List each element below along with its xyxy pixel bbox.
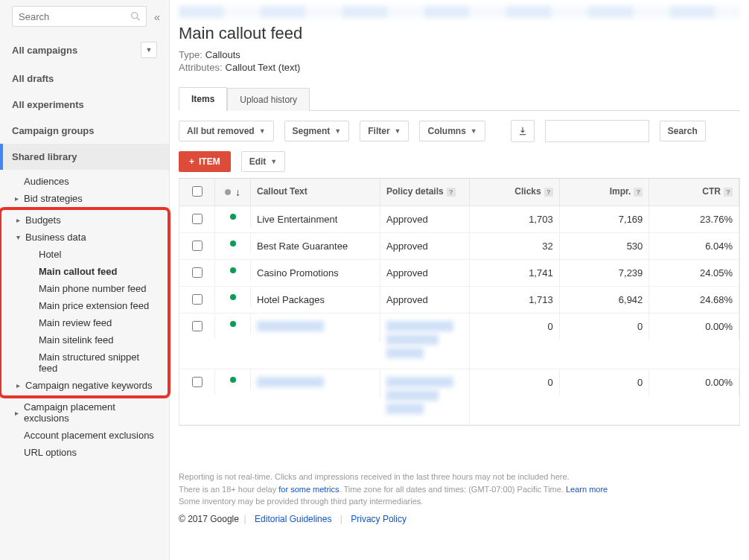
chevron-down-icon: ▼ <box>471 127 477 135</box>
chevron-down-icon: ▼ <box>334 127 341 135</box>
col-policy-details[interactable]: Policy details? <box>380 179 470 206</box>
cell-ctr: 24.05% <box>649 260 739 286</box>
chevron-right-icon: ▸ <box>16 216 25 224</box>
col-impr[interactable]: Impr.? <box>560 179 650 206</box>
help-icon[interactable]: ? <box>544 188 553 197</box>
cell-callout-text: Best Rate Guarantee <box>251 233 380 259</box>
cell-callout-text: Live Entertainment <box>251 206 380 232</box>
cell-impr: 7,169 <box>560 206 650 232</box>
highlight-box: ▸Budgets ▾Business data Hotel Main callo… <box>0 207 170 398</box>
status-dot-icon <box>230 377 236 383</box>
col-callout-text[interactable]: Callout Text <box>251 179 380 206</box>
dropdown-icon[interactable]: ▼ <box>141 42 157 58</box>
cell-impr: 0 <box>560 369 650 395</box>
download-button[interactable] <box>511 120 535 142</box>
columns-button[interactable]: Columns▼ <box>419 121 485 141</box>
cell-impr: 6,942 <box>560 287 650 313</box>
cell-clicks: 32 <box>470 233 560 259</box>
cell-policy: Approved <box>380 206 470 232</box>
help-icon[interactable]: ? <box>634 188 643 197</box>
nav-shared-library[interactable]: Shared library <box>0 144 169 170</box>
cell-callout-text <box>251 369 380 398</box>
chevron-down-icon: ▼ <box>395 127 401 135</box>
table-row: Casino PromotionsApproved1,7417,23924.05… <box>179 260 739 287</box>
tree-url-options[interactable]: URL options <box>0 444 169 461</box>
tree-main-structured-snippet-feed[interactable]: Main structured snippet feed <box>1 349 168 377</box>
tab-upload-history[interactable]: Upload history <box>227 88 310 111</box>
cell-impr: 530 <box>560 233 650 259</box>
cell-policy: Approved <box>380 233 470 259</box>
chevron-right-icon: ▸ <box>15 409 24 417</box>
edit-button[interactable]: Edit▼ <box>241 151 286 172</box>
chevron-right-icon: ▸ <box>16 381 25 389</box>
table-row: Best Rate GuaranteeApproved325306.04% <box>179 233 739 260</box>
tab-items[interactable]: Items <box>179 87 227 111</box>
status-dot-icon <box>230 214 236 220</box>
cell-policy <box>380 314 470 369</box>
tree-audiences[interactable]: Audiences <box>0 173 169 190</box>
tree-campaign-placement-exclusions[interactable]: ▸Campaign placement exclusions <box>0 398 169 427</box>
sort-arrow-icon[interactable]: ↓ <box>235 186 240 198</box>
filter-all-but-removed[interactable]: All but removed▼ <box>179 121 274 141</box>
col-clicks[interactable]: Clicks? <box>470 179 560 206</box>
status-dot-icon <box>230 294 236 300</box>
tree-main-review-feed[interactable]: Main review feed <box>1 314 168 331</box>
cell-callout-text: Hotel Packages <box>251 287 380 313</box>
learn-more-link[interactable]: Learn more <box>566 485 608 494</box>
tree-main-callout-feed[interactable]: Main callout feed <box>1 263 168 280</box>
col-ctr[interactable]: CTR? <box>649 179 739 206</box>
cell-ctr: 6.04% <box>649 233 739 259</box>
footer: Reporting is not real-time. Clicks and i… <box>179 471 740 526</box>
cell-ctr: 24.68% <box>649 287 739 313</box>
row-checkbox[interactable] <box>192 214 203 224</box>
search-input[interactable] <box>19 11 128 22</box>
row-checkbox[interactable] <box>192 294 203 305</box>
tree-main-price-extension-feed[interactable]: Main price extension feed <box>1 297 168 314</box>
main-content: Main callout feed Type:Callouts Attribut… <box>170 0 749 560</box>
for-some-metrics-link[interactable]: for some metrics <box>278 485 339 494</box>
table-row: Live EntertainmentApproved1,7037,16923.7… <box>179 206 739 233</box>
tree-main-phone-number-feed[interactable]: Main phone number feed <box>1 280 168 297</box>
row-checkbox[interactable] <box>192 267 203 278</box>
search-box[interactable] <box>12 6 147 27</box>
row-checkbox[interactable] <box>192 377 203 387</box>
collapse-sidebar-icon[interactable]: « <box>154 10 160 23</box>
table-search-input[interactable] <box>545 120 649 142</box>
tree-account-placement-exclusions[interactable]: Account placement exclusions <box>0 427 169 444</box>
add-item-button[interactable]: +ITEM <box>179 151 231 172</box>
tree-business-data[interactable]: ▾Business data <box>1 229 168 246</box>
row-checkbox[interactable] <box>192 321 203 331</box>
tree-bid-strategies[interactable]: ▸Bid strategies <box>0 190 169 207</box>
tree-main-sitelink-feed[interactable]: Main sitelink feed <box>1 331 168 349</box>
page-title: Main callout feed <box>179 24 740 43</box>
svg-point-0 <box>131 13 137 19</box>
select-all-checkbox[interactable] <box>192 186 203 197</box>
segment-button[interactable]: Segment▼ <box>284 121 350 141</box>
search-button[interactable]: Search <box>660 121 706 141</box>
cell-impr: 0 <box>560 314 650 340</box>
table-row: 000.00% <box>179 314 739 369</box>
tree-campaign-negative-keywords[interactable]: ▸Campaign negative keywords <box>1 377 168 394</box>
meta-attributes: Attributes:Callout Text (text) <box>179 62 740 73</box>
row-checkbox[interactable] <box>192 241 203 251</box>
help-icon[interactable]: ? <box>447 188 456 197</box>
filter-button[interactable]: Filter▼ <box>360 121 409 141</box>
privacy-policy-link[interactable]: Privacy Policy <box>351 514 407 524</box>
cell-clicks: 0 <box>470 369 560 395</box>
nav-all-campaigns[interactable]: All campaigns ▼ <box>0 34 169 66</box>
svg-line-1 <box>136 18 139 21</box>
nav-campaign-groups[interactable]: Campaign groups <box>0 118 169 144</box>
table-row: 000.00% <box>179 369 739 425</box>
cell-policy: Approved <box>380 287 470 313</box>
cell-ctr: 0.00% <box>649 314 739 340</box>
tree-hotel[interactable]: Hotel <box>1 246 168 263</box>
nav-all-experiments[interactable]: All experiments <box>0 92 169 118</box>
footer-line1: Reporting is not real-time. Clicks and i… <box>179 471 740 483</box>
nav-all-drafts[interactable]: All drafts <box>0 66 169 92</box>
help-icon[interactable]: ? <box>724 188 733 197</box>
toolbar: All but removed▼ Segment▼ Filter▼ Column… <box>179 111 740 151</box>
cell-clicks: 1,713 <box>470 287 560 313</box>
tree-budgets[interactable]: ▸Budgets <box>1 211 168 229</box>
cell-callout-text <box>251 314 380 342</box>
editorial-guidelines-link[interactable]: Editorial Guidelines <box>255 514 331 524</box>
